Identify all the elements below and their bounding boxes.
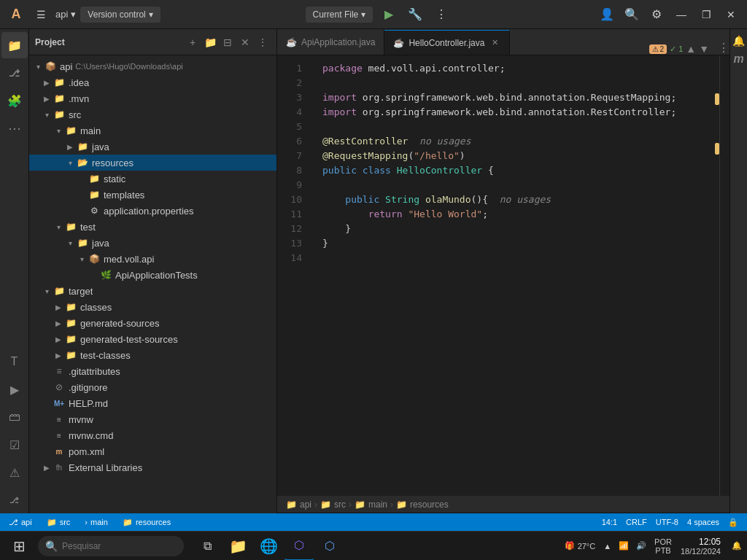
list-item[interactable]: ▾ 📁 test xyxy=(29,219,276,235)
tab-more-button[interactable]: ⋮ xyxy=(718,41,729,55)
search-button[interactable]: 🔍 xyxy=(622,4,642,25)
file-tree-content[interactable]: ▾ 📦 api C:\Users\Hugo\Downloads\api ▶ 📁 … xyxy=(29,55,276,513)
status-encoding[interactable]: UTF-8 xyxy=(653,518,681,526)
list-item[interactable]: ▶ 📁 generated-sources xyxy=(29,315,276,331)
list-item[interactable]: ▶ 📁 java xyxy=(29,139,276,155)
list-item[interactable]: ▾ 📦 med.voll.api xyxy=(29,251,276,267)
list-item[interactable]: ▶ 📁 static xyxy=(29,171,276,187)
list-item[interactable]: ▶ 📁 generated-test-sources xyxy=(29,331,276,347)
list-item[interactable]: ▶ 📁 .mvn xyxy=(29,90,276,106)
run-button[interactable]: ▶ xyxy=(379,4,399,25)
unknown-app-button[interactable]: ⬡ xyxy=(315,532,344,561)
status-indent[interactable]: 4 spaces xyxy=(684,518,722,526)
chrome-button[interactable]: 🌐 xyxy=(254,532,283,561)
right-sidebar: 🔔 m xyxy=(729,29,747,513)
notification-button[interactable]: 🔔 xyxy=(729,541,744,551)
up-arrow-icon[interactable]: ▲ xyxy=(601,542,614,551)
new-file-button[interactable]: + xyxy=(185,34,201,50)
tab-api-application[interactable]: ☕ ApiApplication.java xyxy=(277,30,384,55)
profile-button[interactable]: 👤 xyxy=(597,4,617,25)
file-explorer-button[interactable]: 📁 xyxy=(223,532,252,561)
run-icon[interactable]: T xyxy=(1,349,28,375)
todo-icon[interactable]: ☑ xyxy=(1,432,28,458)
list-item[interactable]: ▶ ≡ mvnw xyxy=(29,411,276,427)
status-line-ending[interactable]: CRLF xyxy=(623,518,650,526)
bc-api[interactable]: 📁 api xyxy=(286,499,311,510)
expand-icon[interactable]: ▼ xyxy=(699,43,709,55)
weather-indicator[interactable]: 🎁 27°C xyxy=(562,541,599,551)
right-learn-icon[interactable]: m xyxy=(733,52,743,66)
settings-button[interactable]: ⚙ xyxy=(646,4,667,25)
list-item[interactable]: ▶ ≡ mvnw.cmd xyxy=(29,427,276,443)
test-classes-label: test-classes xyxy=(80,350,131,361)
status-git-branch[interactable]: ⎇ api xyxy=(6,518,35,527)
lang-indicator[interactable]: POR PTB xyxy=(654,537,672,555)
status-src[interactable]: 📁 src xyxy=(44,518,74,527)
editor-content[interactable]: 1 2 3 4 5 6 7 8 9 10 11 12 13 14 package… xyxy=(277,55,729,496)
bc-src[interactable]: 📁 src xyxy=(320,499,346,510)
list-item[interactable]: ▶ M+ HELP.md xyxy=(29,395,276,411)
list-item[interactable]: ▾ 📁 src xyxy=(29,106,276,122)
tab-hello-controller[interactable]: ☕ HelloController.java ✕ xyxy=(384,30,510,55)
current-file-selector[interactable]: Current File ▾ xyxy=(306,7,374,23)
bc-resources[interactable]: 📁 resources xyxy=(396,499,449,510)
status-position[interactable]: 14:1 xyxy=(599,518,620,526)
status-main[interactable]: › main xyxy=(82,518,111,526)
hamburger-menu[interactable]: ☰ xyxy=(31,4,51,25)
fold-icon[interactable]: ▲ xyxy=(686,43,696,55)
list-item[interactable]: ▶ ⊘ .gitignore xyxy=(29,379,276,395)
taskbar-search-box[interactable]: 🔍 xyxy=(38,536,184,556)
list-item[interactable]: ▶ 📁 templates xyxy=(29,187,276,203)
bc-folder-icon-2: 📁 xyxy=(320,499,331,510)
md-icon: M+ xyxy=(53,397,66,410)
bc-main[interactable]: 📁 main xyxy=(355,499,387,510)
hello-ctrl-close-button[interactable]: ✕ xyxy=(489,37,500,49)
list-item[interactable]: ▶ 📁 .idea xyxy=(29,74,276,90)
more-options-button[interactable]: ⋮ xyxy=(255,34,271,50)
start-button[interactable]: ⊞ xyxy=(3,532,35,561)
list-item[interactable]: ▶ 📁 test-classes xyxy=(29,347,276,363)
debug-button[interactable]: 🔧 xyxy=(405,4,425,25)
app-menu-button[interactable]: A xyxy=(6,4,26,25)
more-tools-icon[interactable]: ⋯ xyxy=(1,115,28,141)
status-resources[interactable]: 📁 resources xyxy=(120,518,174,527)
list-item[interactable]: ▶ fh External Libraries xyxy=(29,459,276,475)
new-folder-button[interactable]: 📁 xyxy=(202,34,218,50)
volume-icon[interactable]: 🔊 xyxy=(634,541,649,551)
close-panel-button[interactable]: ✕ xyxy=(237,34,253,50)
vcs-selector[interactable]: Version control ▾ xyxy=(80,7,160,23)
minimize-button[interactable]: — xyxy=(671,4,692,25)
list-item[interactable]: ▾ 📁 target xyxy=(29,283,276,299)
explorer-icon[interactable]: 📁 xyxy=(1,32,28,58)
status-lock[interactable]: 🔒 xyxy=(725,518,741,527)
taskbar-search-input[interactable] xyxy=(62,541,164,551)
tree-root[interactable]: ▾ 📦 api C:\Users\Hugo\Downloads\api xyxy=(29,58,276,74)
list-item[interactable]: ▶ m pom.xml xyxy=(29,443,276,459)
plugins-icon[interactable]: 🧩 xyxy=(1,88,28,114)
task-view-button[interactable]: ⧉ xyxy=(193,532,222,561)
system-clock[interactable]: 12:05 18/12/2024 xyxy=(675,537,727,556)
list-item[interactable]: ▶ ≡ .gitattributes xyxy=(29,363,276,379)
list-item[interactable]: ▶ ⚙ application.properties xyxy=(29,203,276,219)
list-item[interactable]: ▶ 📁 classes xyxy=(29,299,276,315)
terminal-icon[interactable]: ▶ xyxy=(1,376,28,402)
close-button[interactable]: ✕ xyxy=(721,4,741,25)
resources-item[interactable]: ▾ 📂 resources xyxy=(29,155,276,171)
list-item[interactable]: ▾ 📁 java xyxy=(29,235,276,251)
restore-button[interactable]: ❐ xyxy=(696,4,716,25)
collapse-all-button[interactable]: ⊟ xyxy=(220,34,236,50)
intellij-button[interactable]: ⬡ xyxy=(285,532,314,561)
spring-test-icon: 🌿 xyxy=(99,268,112,281)
editor-scrollbar[interactable] xyxy=(719,55,729,496)
problems-icon[interactable]: ⚠ xyxy=(1,459,28,486)
list-item[interactable]: ▾ 📁 main xyxy=(29,122,276,139)
more-run-options[interactable]: ⋮ xyxy=(431,4,452,25)
database-icon[interactable]: 🗃 xyxy=(1,404,28,430)
code-editor[interactable]: package med.voll.api.controller; import … xyxy=(311,55,719,496)
right-notifications-icon[interactable]: 🔔 xyxy=(732,35,745,47)
git-icon[interactable]: ⎇ xyxy=(1,60,28,86)
list-item[interactable]: ▶ 🌿 ApiApplicationTests xyxy=(29,267,276,283)
vcs-icon[interactable]: ⎇ xyxy=(1,487,28,513)
network-icon[interactable]: 📶 xyxy=(616,541,631,551)
project-selector[interactable]: api ▾ xyxy=(55,9,76,20)
